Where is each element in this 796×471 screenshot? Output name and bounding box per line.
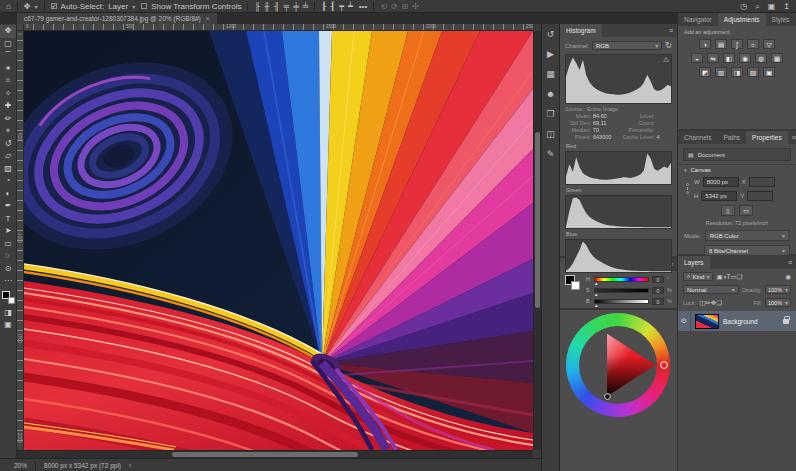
actions-panel-icon[interactable]: ▶ [547, 49, 554, 59]
glyphs-panel-icon[interactable]: ◫ [546, 129, 555, 139]
path-selection-tool[interactable]: ➤ [0, 225, 16, 238]
notes-panel-icon[interactable]: ✎ [547, 149, 555, 159]
tab-styles[interactable]: Styles [766, 13, 796, 26]
fill-field[interactable]: 100%▾ [765, 298, 791, 307]
hand-tool[interactable]: ☞ [0, 250, 16, 263]
width-field[interactable]: 8000 px [703, 177, 739, 187]
channel-mixer-adjustment-icon[interactable]: ◍ [755, 53, 767, 63]
brush-tool[interactable]: ✏ [0, 113, 16, 126]
eraser-tool[interactable]: ▱ [0, 150, 16, 163]
healing-brush-tool[interactable]: ✚ [0, 100, 16, 113]
curves-adjustment-icon[interactable]: ʃ [731, 39, 743, 49]
share-icon[interactable]: ↥ [783, 0, 790, 13]
link-dimensions-icon[interactable] [684, 177, 690, 201]
saturation-value-field[interactable]: 0 [652, 287, 664, 294]
edit-toolbar[interactable]: ⋯ [0, 275, 16, 288]
lasso-tool[interactable]: ⌒ [0, 50, 16, 63]
brightness-value-field[interactable]: 0 [652, 298, 664, 305]
search-icon[interactable]: ⌕ [755, 0, 759, 13]
show-transform-checkbox[interactable] [141, 3, 147, 9]
blur-tool[interactable]: ◔ [0, 175, 16, 188]
height-field[interactable]: 5342 px [701, 191, 737, 201]
workspace-switcher-icon[interactable]: ▣ [768, 0, 776, 13]
channel-select[interactable]: RGB▾ [592, 41, 662, 50]
lock-type-icon[interactable]: ❏ [716, 299, 722, 306]
black-white-adjustment-icon[interactable]: ◧ [723, 53, 735, 63]
filter-type-icon[interactable]: ❏ [737, 273, 743, 280]
panel-menu-icon[interactable]: ≡ [665, 24, 677, 37]
brightness-slider[interactable]: ▲ [594, 299, 649, 304]
hue-value-field[interactable]: 0 [652, 276, 664, 283]
background-color-swatch[interactable] [571, 281, 580, 290]
tab-layers[interactable]: Layers [678, 256, 710, 269]
posterize-adjustment-icon[interactable]: ▥ [715, 67, 727, 77]
tab-histogram[interactable]: Histogram [560, 24, 602, 37]
align-icon[interactable]: ╫ [264, 0, 270, 13]
eyedropper-tool[interactable]: ✧ [0, 88, 16, 101]
brightness-contrast-adjustment-icon[interactable]: ◑ [699, 39, 711, 49]
color-marker[interactable] [604, 393, 611, 400]
auto-select-target-select[interactable]: Layer▾ [108, 2, 135, 11]
more-options-icon[interactable]: ••• [359, 0, 367, 13]
hue-saturation-adjustment-icon[interactable]: ◒ [691, 53, 703, 63]
zoom-level-field[interactable]: 20% [14, 462, 27, 469]
levels-adjustment-icon[interactable]: ▤ [715, 39, 727, 49]
export-panel-icon[interactable]: ❐ [546, 109, 554, 119]
layer-lock-icon[interactable] [783, 319, 789, 324]
align-icon[interactable]: ╤ [283, 0, 289, 13]
type-tool[interactable]: T [0, 213, 16, 226]
layer-visibility-icon[interactable]: ⊙ [678, 311, 691, 331]
selective-color-adjustment-icon[interactable]: ▣ [763, 67, 775, 77]
tab-properties[interactable]: Properties [746, 131, 788, 144]
color-balance-adjustment-icon[interactable]: ⇋ [707, 53, 719, 63]
shape-tool[interactable]: ▭ [0, 238, 16, 251]
screen-mode-icon[interactable]: ▣ [0, 319, 16, 332]
active-tool-icon[interactable]: ✥▾ [24, 2, 38, 11]
vertical-scrollbar[interactable] [533, 31, 541, 450]
cache-warning-icon[interactable]: ⚠ [663, 56, 669, 64]
document-tab[interactable]: c67-79 gamer-and-creator-1280307384.jpg … [17, 13, 217, 24]
saturation-slider[interactable]: ▲ [594, 288, 649, 293]
hue-slider[interactable]: ▲ [594, 277, 649, 282]
auto-select-checkbox[interactable]: ✓ [51, 3, 57, 9]
history-panel-icon[interactable]: ↺ [547, 29, 555, 39]
align-icon[interactable]: ╪ [293, 0, 299, 13]
comments-panel-icon[interactable]: ☻ [546, 89, 555, 99]
distribute-icon[interactable]: ┯ [339, 0, 344, 13]
horizontal-scrollbar[interactable] [17, 450, 533, 458]
panel-menu-icon[interactable]: ≡ [788, 131, 796, 144]
histogram-source-select[interactable]: Entire Image [587, 106, 618, 113]
refresh-histogram-icon[interactable]: ↻ [665, 41, 672, 50]
tab-adjustments[interactable]: Adjustments [718, 13, 766, 26]
color-swatches[interactable] [2, 291, 15, 304]
history-brush-tool[interactable]: ↺ [0, 138, 16, 151]
canvas-section-header[interactable]: ▾Canvas [678, 164, 796, 175]
align-icon[interactable]: ╧ [303, 0, 309, 13]
invert-adjustment-icon[interactable]: ◩ [699, 67, 711, 77]
status-chevron-icon[interactable]: › [129, 462, 131, 469]
panel-menu-icon[interactable]: ≡ [784, 256, 796, 269]
color-lookup-adjustment-icon[interactable]: ▦ [771, 53, 783, 63]
landscape-orientation-button[interactable]: ▭ [739, 205, 753, 216]
distribute-icon[interactable]: ┷ [348, 0, 353, 13]
crop-tool[interactable]: ⌗ [0, 75, 16, 88]
horizontal-scrollbar-thumb[interactable] [172, 452, 358, 457]
color-swatches[interactable] [565, 275, 581, 291]
info-panel-icon[interactable]: ▦ [546, 69, 555, 79]
hue-marker[interactable] [660, 361, 668, 369]
align-icon[interactable]: ╢ [274, 0, 280, 13]
layer-row-background[interactable]: ⊙ Background [678, 311, 796, 331]
bit-depth-select[interactable]: 8 Bits/Channel▾ [704, 245, 790, 256]
layer-filter-select[interactable]: ⌕ Kind▾ [683, 272, 713, 281]
photo-filter-adjustment-icon[interactable]: ◉ [739, 53, 751, 63]
filter-toggle-icon[interactable]: ◉ [785, 273, 791, 281]
zoom-tool[interactable]: ⊙ [0, 263, 16, 276]
tab-paths[interactable]: Paths [717, 131, 746, 144]
blend-mode-select[interactable]: Normal▾ [683, 285, 739, 294]
canvas[interactable] [24, 31, 533, 450]
layer-thumbnail[interactable] [695, 314, 719, 329]
marquee-tool[interactable]: ▢ [0, 38, 16, 51]
home-icon[interactable]: ⌂ [6, 0, 11, 13]
distribute-icon[interactable]: ┠ [321, 0, 326, 13]
portrait-orientation-button[interactable]: ▯ [721, 205, 735, 216]
